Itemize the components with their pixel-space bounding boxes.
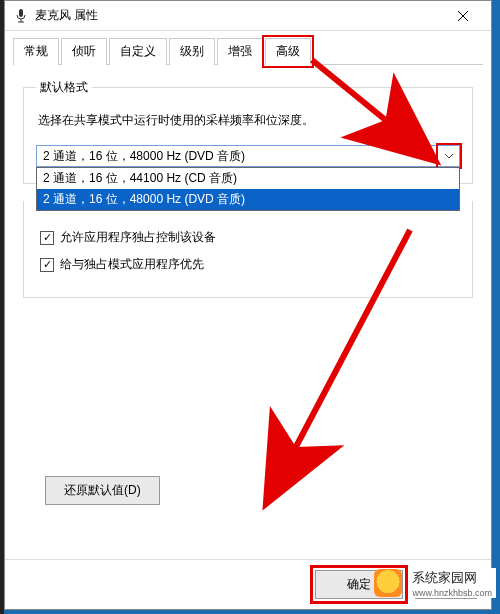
- sample-rate-dropdown: 2 通道，16 位，44100 Hz (CD 音质) 2 通道，16 位，480…: [36, 167, 460, 211]
- watermark-brand: 系统家园网: [408, 568, 496, 588]
- sample-rate-option-1[interactable]: 2 通道，16 位，48000 Hz (DVD 音质): [37, 189, 459, 210]
- tab-5[interactable]: 高级: [265, 38, 311, 65]
- tab-content-advanced: 默认格式 选择在共享模式中运行时使用的采样频率和位深度。 2 通道，16 位，4…: [5, 65, 491, 559]
- svg-rect-0: [19, 9, 23, 17]
- sample-rate-selected-value: 2 通道，16 位，48000 Hz (DVD 音质): [43, 148, 245, 165]
- sample-rate-option-0[interactable]: 2 通道，16 位，44100 Hz (CD 音质): [37, 168, 459, 189]
- watermark-icon: [374, 569, 402, 597]
- default-format-description: 选择在共享模式中运行时使用的采样频率和位深度。: [38, 112, 460, 129]
- mic-icon: [13, 8, 29, 24]
- allow-exclusive-label: 允许应用程序独占控制该设备: [60, 229, 216, 246]
- watermark: 系统家园网 www.hnzkhbsb.com: [370, 564, 500, 602]
- close-icon: [457, 10, 469, 22]
- tabstrip: 常规侦听自定义级别增强高级: [5, 31, 491, 65]
- titlebar: 麦克风 属性: [5, 1, 491, 31]
- sample-rate-select[interactable]: 2 通道，16 位，48000 Hz (DVD 音质): [36, 145, 460, 167]
- allow-exclusive-checkbox[interactable]: [40, 231, 54, 245]
- tab-1[interactable]: 侦听: [61, 38, 107, 65]
- tab-0[interactable]: 常规: [13, 38, 59, 65]
- default-format-legend: 默认格式: [36, 79, 92, 96]
- exclusive-priority-checkbox[interactable]: [40, 258, 54, 272]
- sample-rate-select-wrap: 2 通道，16 位，48000 Hz (DVD 音质) 2 通道，16 位，44…: [36, 145, 460, 167]
- tab-4[interactable]: 增强: [217, 38, 263, 65]
- close-button[interactable]: [443, 2, 483, 30]
- tab-3[interactable]: 级别: [169, 38, 215, 65]
- restore-defaults-button[interactable]: 还原默认值(D): [45, 476, 160, 505]
- exclusive-priority-label: 给与独占模式应用程序优先: [60, 256, 204, 273]
- mic-properties-window: 麦克风 属性 常规侦听自定义级别增强高级 默认格式 选择在共享模式中运行时使用的…: [4, 0, 492, 610]
- watermark-url: www.hnzkhbsb.com: [408, 588, 496, 598]
- default-format-group: 默认格式 选择在共享模式中运行时使用的采样频率和位深度。 2 通道，16 位，4…: [23, 79, 473, 184]
- tab-2[interactable]: 自定义: [109, 38, 167, 65]
- window-title: 麦克风 属性: [35, 7, 443, 24]
- chevron-down-icon[interactable]: [439, 146, 459, 166]
